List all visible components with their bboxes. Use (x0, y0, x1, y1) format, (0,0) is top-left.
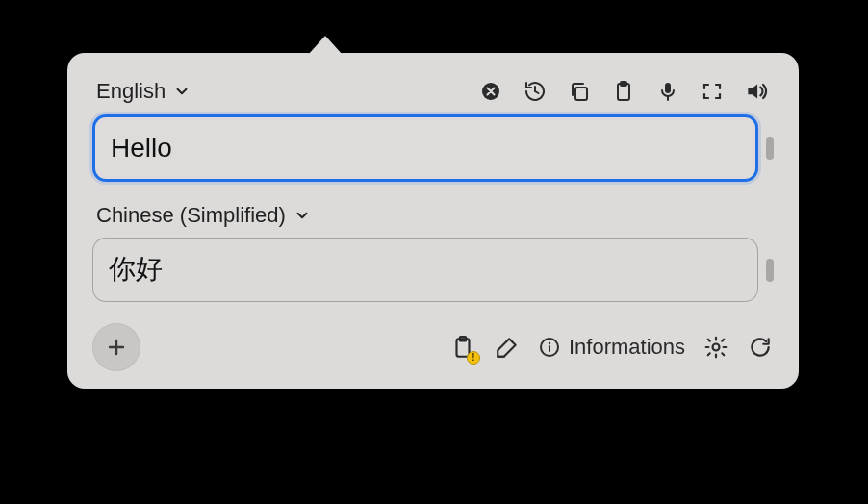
history-icon[interactable] (522, 78, 549, 105)
speaker-icon[interactable] (743, 78, 770, 105)
info-button[interactable]: Informations (538, 335, 685, 360)
scroll-indicator (766, 259, 774, 282)
svg-point-16 (713, 343, 720, 350)
svg-point-15 (549, 342, 550, 344)
add-button[interactable] (92, 323, 140, 371)
edit-icon[interactable] (494, 334, 521, 361)
gear-icon[interactable] (702, 334, 729, 361)
microphone-icon[interactable] (654, 78, 681, 105)
fullscreen-icon[interactable] (699, 78, 726, 105)
source-language-select[interactable]: English (96, 79, 191, 104)
translator-popover: English (67, 53, 799, 389)
target-language-select[interactable]: Chinese (Simplified) (96, 203, 311, 228)
source-language-label: English (96, 79, 166, 104)
source-field-wrap: Hello (92, 114, 774, 182)
info-label: Informations (569, 335, 685, 360)
source-text-input[interactable]: Hello (92, 114, 758, 182)
svg-rect-5 (621, 82, 626, 86)
source-lang-row: English (92, 78, 774, 105)
source-toolbar (477, 78, 770, 105)
clipboard-alert-icon[interactable]: ! (449, 334, 476, 361)
paste-icon[interactable] (610, 78, 637, 105)
bottom-right-tools: ! Informations (449, 334, 774, 361)
target-language-label: Chinese (Simplified) (96, 203, 286, 228)
svg-line-2 (535, 91, 539, 93)
refresh-icon[interactable] (747, 334, 774, 361)
target-field-wrap: 你好 (92, 238, 774, 301)
alert-badge-icon: ! (467, 351, 480, 365)
target-text-output[interactable]: 你好 (92, 238, 758, 301)
copy-icon[interactable] (566, 78, 593, 105)
clear-icon[interactable] (477, 78, 504, 105)
chevron-down-icon (173, 83, 191, 100)
chevron-down-icon (294, 207, 311, 224)
svg-rect-6 (665, 83, 671, 93)
bottom-toolbar: ! Informations (92, 323, 774, 371)
target-lang-row: Chinese (Simplified) (92, 203, 774, 228)
scroll-indicator (766, 137, 774, 160)
svg-rect-3 (575, 88, 587, 100)
